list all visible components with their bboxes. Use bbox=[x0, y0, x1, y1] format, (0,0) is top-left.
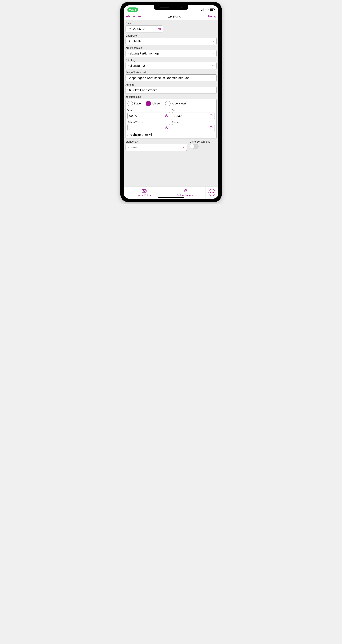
ohne-berechnung-label: Ohne Berechnung bbox=[189, 140, 217, 143]
svg-text:31: 31 bbox=[159, 29, 160, 30]
chevron-down-icon bbox=[212, 64, 215, 67]
arbeit-select[interactable]: Gesprungene Kartusche im Rahmen der Gar.… bbox=[126, 74, 217, 82]
datum-field[interactable]: Do, 22.06.23 31 bbox=[126, 26, 163, 32]
arbeitszeit-value: 30 Min. bbox=[145, 133, 154, 136]
stundenart-value: Normal bbox=[128, 146, 137, 149]
zeiterfassung-panel: Dauer Uhrzeit Arbeitswert V bbox=[126, 99, 217, 138]
radio-arbeitswert[interactable]: Arbeitswert bbox=[165, 101, 186, 106]
von-value: 09:00 bbox=[129, 114, 137, 118]
chevron-down-icon bbox=[182, 146, 185, 149]
tab-zeitbuchungen[interactable]: Zeitbuchungen bbox=[165, 188, 205, 197]
arbeitszeit-row: Arbeitszeit: 30 Min. bbox=[128, 133, 215, 136]
ort-value: Kellerraum 2 bbox=[128, 64, 145, 68]
datum-label: Datum bbox=[126, 22, 217, 25]
svg-point-8 bbox=[145, 190, 146, 190]
arbeitsbereich-select[interactable]: Heizung Fertigmontage bbox=[126, 50, 217, 57]
stundenart-select[interactable]: Normal bbox=[126, 144, 187, 151]
done-button[interactable]: Fertig bbox=[208, 14, 216, 18]
form-content: Datum Do, 22.06.23 31 Mitarbeiter Otto M… bbox=[124, 20, 218, 186]
arbeitsbereich-label: Arbeitsbereich bbox=[126, 46, 217, 50]
tab-neue-fotos[interactable]: Neue Fotos bbox=[124, 188, 165, 197]
radio-uhrzeit[interactable]: Uhrzeit bbox=[146, 101, 161, 106]
signal-icon bbox=[201, 8, 204, 11]
notch bbox=[154, 6, 188, 10]
network-label: LTE bbox=[205, 8, 209, 11]
bis-field[interactable]: 09:30 bbox=[172, 112, 215, 119]
chevron-down-icon bbox=[212, 76, 215, 79]
page-title: Leistung bbox=[168, 14, 181, 18]
fahrt-label: Fahrt-/Rüstzeit bbox=[128, 121, 170, 124]
radio-circle-selected-icon bbox=[146, 101, 151, 106]
chevron-right-icon bbox=[212, 52, 215, 55]
zeit-mode-radios: Dauer Uhrzeit Arbeitswert bbox=[128, 101, 215, 106]
fahrt-field[interactable] bbox=[128, 124, 170, 131]
nav-bar: Abbrechen Leistung Fertig bbox=[124, 12, 218, 20]
tab-zeit-label: Zeitbuchungen bbox=[176, 194, 193, 197]
bis-label: Bis bbox=[172, 109, 215, 112]
svg-point-7 bbox=[143, 190, 145, 192]
home-indicator bbox=[158, 197, 184, 198]
phone-screen: 09:36 LTE 78 Abbrechen Leistung Fertig D… bbox=[124, 6, 218, 198]
clock-icon bbox=[209, 126, 213, 129]
radio-circle-icon bbox=[128, 101, 133, 106]
mitarbeiter-value: Otto Müller bbox=[128, 40, 143, 43]
status-time-pill: 09:36 bbox=[127, 8, 138, 12]
von-label: Von bbox=[128, 109, 170, 112]
anfahrt-field[interactable]: 36,50km Fahrtstrecke bbox=[126, 87, 217, 94]
status-right: LTE 78 bbox=[201, 8, 215, 11]
radio-circle-icon bbox=[165, 101, 171, 106]
tab-fotos-label: Neue Fotos bbox=[138, 194, 151, 197]
clock-icon bbox=[165, 126, 168, 129]
cancel-button[interactable]: Abbrechen bbox=[126, 14, 141, 18]
pause-label: Pause bbox=[172, 121, 215, 124]
phone-frame: 09:36 LTE 78 Abbrechen Leistung Fertig D… bbox=[121, 2, 221, 202]
stundenart-label: Stundenart bbox=[126, 140, 187, 143]
zeiterfassung-label: Zeiterfassung bbox=[126, 96, 217, 98]
toggle-knob bbox=[190, 144, 194, 149]
more-button[interactable] bbox=[208, 189, 215, 196]
arbeit-label: Ausgeführte Arbeit bbox=[126, 71, 217, 74]
dot-icon bbox=[212, 192, 212, 193]
ort-label: Ort / Lage bbox=[126, 59, 217, 62]
camera-icon bbox=[142, 188, 147, 194]
mitarbeiter-select[interactable]: Otto Müller bbox=[126, 38, 217, 45]
arbeitszeit-prefix: Arbeitszeit: bbox=[128, 133, 144, 136]
anfahrt-label: Anfahrt bbox=[126, 83, 217, 86]
radio-dauer[interactable]: Dauer bbox=[128, 101, 142, 106]
mitarbeiter-label: Mitarbeiter bbox=[126, 34, 217, 37]
arbeit-value: Gesprungene Kartusche im Rahmen der Gar.… bbox=[128, 76, 191, 80]
chevron-down-icon bbox=[212, 40, 215, 43]
dot-icon bbox=[210, 192, 211, 193]
arbeitsbereich-value: Heizung Fertigmontage bbox=[128, 52, 160, 55]
dot-icon bbox=[213, 192, 214, 193]
timesheet-icon bbox=[182, 188, 188, 194]
more-button-container bbox=[205, 186, 218, 198]
battery-icon: 78 bbox=[210, 8, 215, 11]
calendar-icon: 31 bbox=[158, 27, 161, 31]
clock-icon bbox=[165, 114, 168, 118]
ohne-berechnung-toggle[interactable] bbox=[189, 144, 199, 149]
datum-value: Do, 22.06.23 bbox=[128, 27, 145, 31]
ort-select[interactable]: Kellerraum 2 bbox=[126, 62, 217, 69]
clock-icon bbox=[209, 114, 213, 118]
von-field[interactable]: 09:00 bbox=[128, 112, 170, 119]
anfahrt-value: 36,50km Fahrtstrecke bbox=[128, 88, 157, 92]
pause-field[interactable] bbox=[172, 124, 215, 131]
bis-value: 09:30 bbox=[174, 114, 182, 118]
